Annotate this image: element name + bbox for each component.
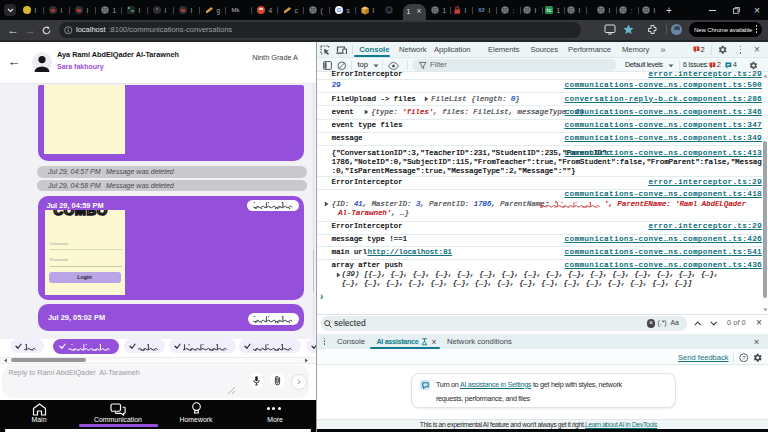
svg-text:?: ? [742, 354, 745, 360]
